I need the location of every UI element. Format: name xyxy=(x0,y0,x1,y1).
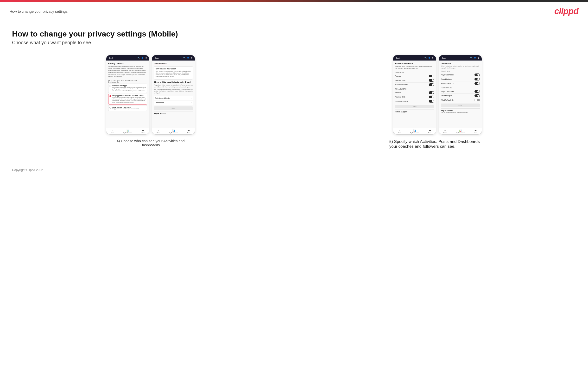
settings-icon-2[interactable]: ⚙ xyxy=(190,57,193,59)
radio-everyone[interactable]: Everyone on Clippd Everyone on Clippd ca… xyxy=(108,83,147,93)
people-icon-3[interactable]: 👤 xyxy=(428,57,431,59)
phone-4-performance[interactable]: 📊 My Performance xyxy=(456,129,465,133)
settings-icon[interactable]: ⚙ xyxy=(145,57,147,59)
manual-followers-label-3: Manual Activities xyxy=(395,100,408,102)
menu-icon: ☰ xyxy=(142,129,144,132)
rounds-followers-label-3: Rounds xyxy=(395,92,401,93)
radio-only-you-title: Only You and Your Coach xyxy=(112,106,139,108)
phone-3-home[interactable]: ⌂ Home xyxy=(398,129,401,133)
help-support-3: Help & Support xyxy=(395,109,434,113)
performance-icon-2: 📊 xyxy=(172,129,175,132)
show-hide-desc: Regardless of the privacy controls that … xyxy=(154,84,193,94)
what-to-work-followers-label: What To Work On xyxy=(441,99,454,101)
page-subtitle: Choose what you want people to see xyxy=(12,40,576,45)
page-title: How to change your privacy settings (Mob… xyxy=(12,30,576,38)
phone-1-bottom-nav: ⌂ Home 📊 My Performance ☰ Menu xyxy=(106,128,149,134)
toggle-what-to-work-followers-off[interactable] xyxy=(475,99,480,101)
phone-4-home[interactable]: ⌂ Home xyxy=(443,129,447,133)
modal-desc: Only you and the coaches you connect wit… xyxy=(156,70,191,78)
people-icon-4[interactable]: 👤 xyxy=(474,57,476,59)
phone-2-nav-icons: 🔍 👤 ⚙ xyxy=(183,57,193,59)
toggle-manual-followers-on-3[interactable] xyxy=(429,100,434,103)
phone-2-back[interactable]: ‹ Back xyxy=(154,57,159,59)
search-icon-2[interactable]: 🔍 xyxy=(183,57,186,59)
rounds-label-3: Rounds xyxy=(395,75,401,77)
toggle-manual-coaches-3: Manual Activities xyxy=(395,83,434,87)
phone-1-home[interactable]: ⌂ Home xyxy=(111,129,114,133)
toggle-round-insights-on[interactable] xyxy=(475,78,480,80)
top-accent-bar xyxy=(0,0,588,2)
phone-3-back[interactable]: ‹ Back xyxy=(395,57,400,59)
radio-only-you[interactable]: Only You and Your Coach Only you and the… xyxy=(108,105,147,111)
phone-1-navbar: ‹ Back 🔍 👤 ⚙ xyxy=(106,55,149,60)
toggle-player-followers-on[interactable] xyxy=(475,90,480,93)
save-btn-3[interactable]: Save xyxy=(395,105,434,108)
coaches-label-3: COACHES xyxy=(395,72,434,73)
toggle-practice-followers-3: Practice Drills xyxy=(395,95,434,99)
help-support-desc-4: Visit our Clippd community to troublesho… xyxy=(441,111,480,113)
save-btn-4[interactable]: Save xyxy=(441,103,480,107)
search-icon-3[interactable]: 🔍 xyxy=(424,57,427,59)
toggle-what-to-work-on[interactable] xyxy=(475,82,480,85)
phone-3-performance[interactable]: 📊 My Performance xyxy=(410,129,419,133)
followers-label-3: FOLLOWERS xyxy=(395,88,434,90)
phone-1-back[interactable]: ‹ Back xyxy=(108,57,113,59)
toggle-player-coaches-on[interactable] xyxy=(475,74,480,76)
phone-4: ‹ Back 🔍 👤 ⚙ Dashboards Select the dashb… xyxy=(439,55,482,134)
home-icon-3: ⌂ xyxy=(399,129,400,132)
phone-3-menu[interactable]: ☰ Menu xyxy=(428,129,432,133)
activities-posts-title: Activities and Posts xyxy=(395,62,434,65)
activities-posts-item[interactable]: Activities and Posts › xyxy=(154,96,193,100)
save-btn-2[interactable]: Save xyxy=(154,106,193,110)
who-can-see-label: Who Can See Your Activities and Dashboar… xyxy=(108,80,147,83)
phone-1-performance[interactable]: 📊 My Performance xyxy=(123,129,132,133)
search-icon[interactable]: 🔍 xyxy=(138,57,140,59)
search-icon-4[interactable]: 🔍 xyxy=(470,57,473,59)
toggle-manual-on-3[interactable] xyxy=(429,83,434,86)
toggle-round-insights-followers-on[interactable] xyxy=(475,94,480,97)
people-icon[interactable]: 👤 xyxy=(141,57,144,59)
phone-1-menu[interactable]: ☰ Menu xyxy=(141,129,145,133)
phone-2-menu[interactable]: ☰ Menu xyxy=(187,129,190,133)
phone-1: ‹ Back 🔍 👤 ⚙ Privacy Controls Control ho… xyxy=(106,55,149,134)
toggle-player-followers: Player Dashboard xyxy=(441,89,480,94)
toggle-rounds-on-3[interactable] xyxy=(429,75,434,77)
toggle-practice-on-3[interactable] xyxy=(429,79,434,82)
phone-4-bottom-nav: ⌂ Home 📊 My Performance ☰ Menu xyxy=(439,128,482,134)
toggle-practice-followers-on-3[interactable] xyxy=(429,96,434,98)
toggle-rounds-followers-3: Rounds xyxy=(395,91,434,95)
phone-1-content: Privacy Controls Control how you and you… xyxy=(106,60,149,128)
phone-4-navbar: ‹ Back 🔍 👤 ⚙ xyxy=(439,55,482,60)
phone-4-back[interactable]: ‹ Back xyxy=(441,57,446,59)
followers-label-4: FOLLOWERS xyxy=(441,87,480,89)
player-dashboard-followers-label: Player Dashboard xyxy=(441,91,454,92)
radio-approved-desc: Only approved followers and coaches you … xyxy=(112,97,146,103)
caption-2-text: 5) Specify which Activities, Posts and D… xyxy=(389,139,480,149)
performance-icon-3: 📊 xyxy=(413,129,416,132)
dashboards-title: Dashboards xyxy=(441,62,480,65)
phone-3-content: Activities and Posts Select the types of… xyxy=(393,60,436,128)
radio-approved[interactable]: Only Approved Followers and Your Coach O… xyxy=(108,94,147,105)
round-insights-coaches-label: Round Insights xyxy=(441,78,452,80)
phone-2-performance[interactable]: 📊 My Performance xyxy=(169,129,178,133)
radio-dot-only-you xyxy=(109,107,111,108)
toggle-rounds-followers-on-3[interactable] xyxy=(429,91,434,94)
caption-1: 4) Choose who can see your Activities an… xyxy=(112,139,189,147)
phone-2-home[interactable]: ⌂ Home xyxy=(156,129,160,133)
settings-icon-3[interactable]: ⚙ xyxy=(432,57,434,59)
dashboards-item[interactable]: Dashboards › xyxy=(154,101,193,105)
phone-4-menu[interactable]: ☰ Menu xyxy=(474,129,477,133)
people-icon-2[interactable]: 👤 xyxy=(187,57,189,59)
activities-posts-desc: Select the types of activity that you'd … xyxy=(395,66,434,70)
settings-icon-4[interactable]: ⚙ xyxy=(477,57,480,59)
help-support-2: Help & Support xyxy=(154,111,193,114)
dashboards-label: Dashboards xyxy=(155,102,164,103)
performance-icon-4: 📊 xyxy=(459,129,462,132)
radio-everyone-desc: Everyone on Clippd can search for you an… xyxy=(112,86,146,92)
toggle-player-coaches: Player Dashboard xyxy=(441,73,480,77)
phone-4-content: Dashboards Select the dashboards that yo… xyxy=(439,60,482,128)
phone-3-bottom-nav: ⌂ Home 📊 My Performance ☰ Menu xyxy=(393,128,436,134)
show-hide-title: Show or hide specific features in Clippd xyxy=(154,81,193,83)
main-content: How to change your privacy settings (Mob… xyxy=(0,20,588,163)
toggle-round-insights-coaches: Round Insights xyxy=(441,77,480,81)
